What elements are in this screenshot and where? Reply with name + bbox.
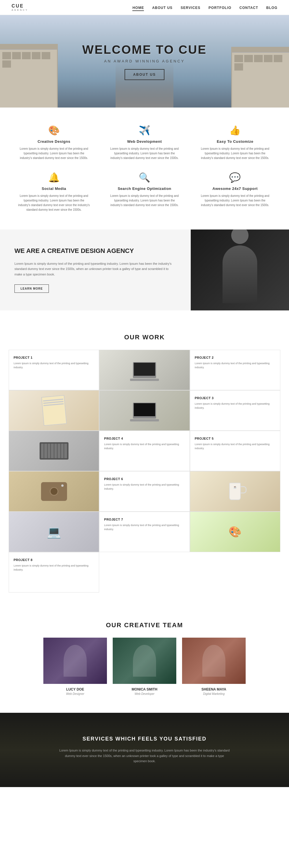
service-text-2: Lorem Ipsum is simply dummy text of the … <box>108 147 181 160</box>
sheena-role: Digital Marketing <box>182 692 246 695</box>
creative-designs-icon: 🎨 <box>17 125 91 136</box>
agency-left: WE ARE A CREATIVE DESIGN AGENCY Lorem Ip… <box>0 229 191 310</box>
project-5-title: PROJECT 5 <box>195 437 276 440</box>
service-text-3: Lorem Ipsum is simply dummy text of the … <box>198 147 272 160</box>
project-radio-image <box>9 471 99 512</box>
agency-learn-more-button[interactable]: LEARN MORE <box>14 284 49 293</box>
service-support: 💬 Awesome 24x7 Support Lorem Ipsum is si… <box>198 172 272 212</box>
project-2-image <box>9 390 99 431</box>
project-2-text: PROJECT 2 Lorem Ipsum is simply dummy te… <box>190 350 280 390</box>
nav-about[interactable]: ABOUT US <box>152 5 172 10</box>
monica-photo <box>113 638 176 684</box>
team-title: OUR CREATIVE TEAM <box>17 621 272 629</box>
project-2-title: PROJECT 2 <box>195 356 276 359</box>
project-1-image <box>99 350 190 390</box>
agency-right-image <box>191 229 289 310</box>
project-8-desc: Lorem Ipsum is simply dummy text of the … <box>13 564 94 572</box>
monica-name: MONICA SMITH <box>113 687 176 691</box>
project-computer-image: 💻 <box>9 512 99 552</box>
project-keyboard-image <box>9 431 99 471</box>
project-6-text: PROJECT 6 Lorem Ipsum is simply dummy te… <box>99 471 190 512</box>
footer-cta-title: SERVICES WHICH FEELS YOU SATISFIED <box>29 736 260 742</box>
nav-services[interactable]: SERVICES <box>181 5 200 10</box>
nav-contact[interactable]: CONTACT <box>239 5 258 10</box>
project-laptop2-image <box>99 390 190 431</box>
nav-blog[interactable]: BLOG <box>266 5 278 10</box>
project-2-desc: Lorem Ipsum is simply dummy text of the … <box>195 362 276 369</box>
project-paint-image: 🎨 <box>190 512 280 552</box>
hero-about-button[interactable]: ABOUT US <box>125 69 165 80</box>
project-6-title: PROJECT 6 <box>104 477 185 481</box>
service-text-6: Lorem Ipsum is simply dummy text of the … <box>198 194 272 208</box>
project-1-text: PROJECT 1 Lorem Ipsum is simply dummy te… <box>9 350 99 390</box>
service-text-5: Lorem Ipsum is simply dummy text of the … <box>108 194 181 208</box>
hero-subtitle: AN AWARD WINNING AGENCY <box>83 59 207 63</box>
project-5-text: PROJECT 5 Lorem Ipsum is simply dummy te… <box>190 431 280 471</box>
services-grid: 🎨 Creative Designs Lorem Ipsum is simply… <box>17 125 272 212</box>
agency-title: WE ARE A CREATIVE DESIGN AGENCY <box>14 247 176 255</box>
lucy-role: Web Designer <box>43 692 107 695</box>
nav-links: HOME ABOUT US SERVICES PORTFOLIO CONTACT… <box>132 5 278 10</box>
nav-home[interactable]: HOME <box>132 5 144 10</box>
lucy-name: LUCY DOE <box>43 687 107 691</box>
project-6-desc: Lorem Ipsum is simply dummy text of the … <box>104 483 185 491</box>
logo: CUE AGENCY <box>11 3 28 11</box>
team-grid: LUCY DOE Web Designer MONICA SMITH Web D… <box>17 638 272 695</box>
sheena-photo <box>182 638 246 684</box>
service-title-2: Web Development <box>108 139 181 144</box>
project-3-title: PROJECT 3 <box>195 396 276 400</box>
agency-text: Lorem Ipsum is simply dummy text of the … <box>14 261 176 277</box>
hero-content: WELCOME TO CUE AN AWARD WINNING AGENCY A… <box>83 43 207 80</box>
service-seo: 🔍 Search Engine Optimization Lorem Ipsum… <box>108 172 181 212</box>
footer-cta-text: Lorem Ipsum is simply dummy text of the … <box>58 748 231 764</box>
team-member-sheena: SHEENA MAYA Digital Marketing <box>182 638 246 695</box>
project-4-title: PROJECT 4 <box>104 437 185 440</box>
project-7-text: PROJECT 7 Lorem Ipsum is simply dummy te… <box>99 512 190 552</box>
project-7-title: PROJECT 7 <box>104 518 185 521</box>
project-coffee-image: ☕ <box>190 471 280 512</box>
service-title-1: Creative Designs <box>17 139 91 144</box>
hero-title: WELCOME TO CUE <box>83 43 207 57</box>
navbar: CUE AGENCY HOME ABOUT US SERVICES PORTFO… <box>0 0 289 15</box>
project-3-text: PROJECT 3 Lorem Ipsum is simply dummy te… <box>190 390 280 431</box>
customize-icon: 👍 <box>198 125 272 136</box>
seo-icon: 🔍 <box>108 172 181 183</box>
project-7-desc: Lorem Ipsum is simply dummy text of the … <box>104 523 185 531</box>
services-section: 🎨 Creative Designs Lorem Ipsum is simply… <box>0 107 289 224</box>
service-text-1: Lorem Ipsum is simply dummy text of the … <box>17 147 91 160</box>
support-icon: 💬 <box>198 172 272 183</box>
work-section: OUR WORK PROJECT 1 Lorem Ipsum is simply… <box>0 316 289 604</box>
project-8-title: PROJECT 8 <box>13 558 94 562</box>
service-customize: 👍 Easy To Customize Lorem Ipsum is simpl… <box>198 125 272 160</box>
agency-photo <box>191 229 289 310</box>
team-section: OUR CREATIVE TEAM LUCY DOE Web Designer … <box>0 604 289 707</box>
project-3-desc: Lorem Ipsum is simply dummy text of the … <box>195 402 276 410</box>
social-icon: 🔔 <box>17 172 91 183</box>
lucy-photo <box>43 638 107 684</box>
sheena-name: SHEENA MAYA <box>182 687 246 691</box>
nav-portfolio[interactable]: PORTFOLIO <box>208 5 231 10</box>
service-title-5: Search Engine Optimization <box>108 186 181 191</box>
work-grid: PROJECT 1 Lorem Ipsum is simply dummy te… <box>9 350 280 593</box>
service-social: 🔔 Social Media Lorem Ipsum is simply dum… <box>17 172 91 212</box>
project-8-text: PROJECT 8 Lorem Ipsum is simply dummy te… <box>9 552 99 593</box>
monica-role: Web Developer <box>113 692 176 695</box>
agency-section: WE ARE A CREATIVE DESIGN AGENCY Lorem Ip… <box>0 229 289 310</box>
service-web-dev: ✈️ Web Development Lorem Ipsum is simply… <box>108 125 181 160</box>
work-title: OUR WORK <box>9 334 280 341</box>
service-creative-designs: 🎨 Creative Designs Lorem Ipsum is simply… <box>17 125 91 160</box>
team-member-lucy: LUCY DOE Web Designer <box>43 638 107 695</box>
service-title-3: Easy To Customize <box>198 139 272 144</box>
project-4-desc: Lorem Ipsum is simply dummy text of the … <box>104 442 185 450</box>
service-title-4: Social Media <box>17 186 91 191</box>
team-member-monica: MONICA SMITH Web Developer <box>113 638 176 695</box>
service-text-4: Lorem Ipsum is simply dummy text of the … <box>17 194 91 212</box>
hero-section: WELCOME TO CUE AN AWARD WINNING AGENCY A… <box>0 15 289 107</box>
footer-cta-section: SERVICES WHICH FEELS YOU SATISFIED Lorem… <box>0 713 289 787</box>
project-5-desc: Lorem Ipsum is simply dummy text of the … <box>195 442 276 450</box>
service-title-6: Awesome 24x7 Support <box>198 186 272 191</box>
project-1-title: PROJECT 1 <box>13 356 94 359</box>
project-4-text: PROJECT 4 Lorem Ipsum is simply dummy te… <box>99 431 190 471</box>
project-1-desc: Lorem Ipsum is simply dummy text of the … <box>13 362 94 369</box>
web-dev-icon: ✈️ <box>108 125 181 136</box>
